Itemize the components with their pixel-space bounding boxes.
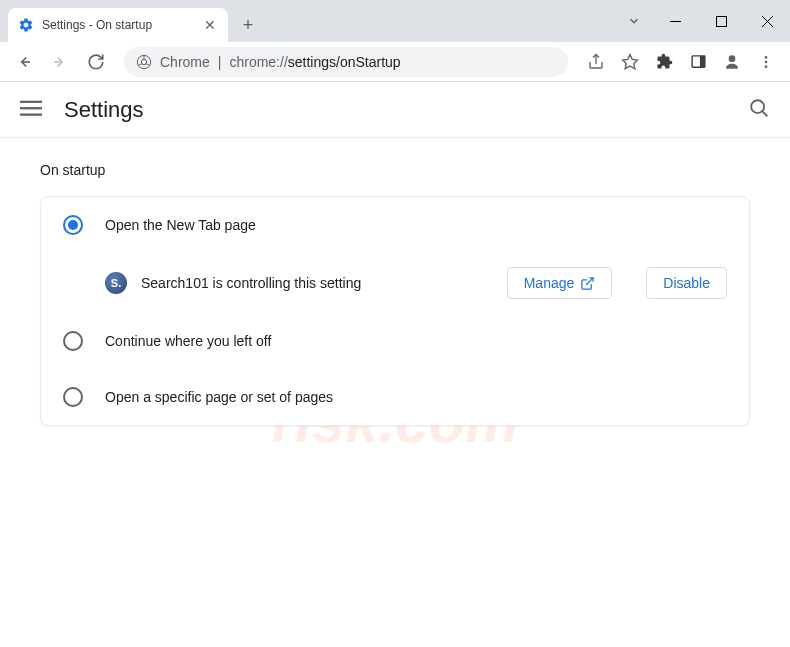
omni-divider: | xyxy=(218,54,222,70)
page-title: Settings xyxy=(64,97,728,123)
svg-point-17 xyxy=(765,60,768,63)
share-icon[interactable] xyxy=(580,46,612,78)
tab-search-icon[interactable] xyxy=(616,14,652,28)
omni-url-prefix: chrome:// xyxy=(229,54,287,70)
tab-title: Settings - On startup xyxy=(42,18,194,32)
option-continue[interactable]: Continue where you left off xyxy=(41,313,749,369)
external-link-icon xyxy=(580,276,595,291)
forward-button[interactable] xyxy=(44,46,76,78)
svg-line-10 xyxy=(146,63,150,65)
svg-rect-21 xyxy=(20,113,42,115)
manage-button-label: Manage xyxy=(524,275,575,291)
svg-rect-19 xyxy=(20,100,42,102)
managed-text: Search101 is controlling this setting xyxy=(141,275,493,291)
reload-button[interactable] xyxy=(80,46,112,78)
svg-rect-1 xyxy=(716,16,726,26)
back-button[interactable] xyxy=(8,46,40,78)
section-title: On startup xyxy=(40,162,750,178)
svg-point-22 xyxy=(751,100,764,113)
svg-line-9 xyxy=(138,63,142,65)
address-bar[interactable]: Chrome | chrome://settings/onStartup xyxy=(124,47,568,77)
managed-by-extension-row: S. Search101 is controlling this setting… xyxy=(41,253,749,313)
maximize-button[interactable] xyxy=(698,5,744,37)
hamburger-menu-icon[interactable] xyxy=(20,97,44,123)
minimize-button[interactable] xyxy=(652,5,698,37)
radio-selected-icon xyxy=(63,215,83,235)
tab-close-icon[interactable]: ✕ xyxy=(202,17,218,33)
disable-button-label: Disable xyxy=(663,275,710,291)
omni-source-label: Chrome xyxy=(160,54,210,70)
svg-rect-0 xyxy=(670,21,681,22)
titlebar: Settings - On startup ✕ + xyxy=(0,0,790,42)
startup-options-card: Open the New Tab page S. Search101 is co… xyxy=(40,196,750,426)
svg-line-23 xyxy=(762,111,767,116)
option-label: Continue where you left off xyxy=(105,333,271,349)
page-body: On startup Open the New Tab page S. Sear… xyxy=(0,138,790,450)
window-controls xyxy=(616,0,790,42)
svg-rect-14 xyxy=(699,56,704,67)
toolbar: Chrome | chrome://settings/onStartup xyxy=(0,42,790,82)
radio-unselected-icon xyxy=(63,387,83,407)
content-area: Settings On startup Open the New Tab pag… xyxy=(0,82,790,450)
extensions-icon[interactable] xyxy=(648,46,680,78)
close-window-button[interactable] xyxy=(744,5,790,37)
radio-unselected-icon xyxy=(63,331,83,351)
search-icon[interactable] xyxy=(748,97,770,123)
chrome-icon xyxy=(136,54,152,70)
settings-header: Settings xyxy=(0,82,790,138)
settings-gear-icon xyxy=(18,17,34,33)
new-tab-button[interactable]: + xyxy=(234,11,262,39)
option-label: Open the New Tab page xyxy=(105,217,256,233)
svg-point-16 xyxy=(765,56,768,59)
browser-tab[interactable]: Settings - On startup ✕ xyxy=(8,8,228,42)
svg-point-15 xyxy=(729,55,736,62)
toolbar-right xyxy=(580,46,782,78)
svg-line-24 xyxy=(587,277,594,284)
option-specific-pages[interactable]: Open a specific page or set of pages xyxy=(41,369,749,425)
svg-rect-20 xyxy=(20,107,42,109)
profile-avatar-icon[interactable] xyxy=(716,46,748,78)
extension-favicon: S. xyxy=(105,272,127,294)
option-label: Open a specific page or set of pages xyxy=(105,389,333,405)
option-new-tab[interactable]: Open the New Tab page xyxy=(41,197,749,253)
disable-button[interactable]: Disable xyxy=(646,267,727,299)
omni-url-path: settings/onStartup xyxy=(288,54,401,70)
side-panel-icon[interactable] xyxy=(682,46,714,78)
manage-button[interactable]: Manage xyxy=(507,267,613,299)
svg-marker-12 xyxy=(623,54,638,68)
menu-dots-icon[interactable] xyxy=(750,46,782,78)
svg-point-7 xyxy=(141,59,146,64)
svg-point-18 xyxy=(765,65,768,68)
bookmark-star-icon[interactable] xyxy=(614,46,646,78)
